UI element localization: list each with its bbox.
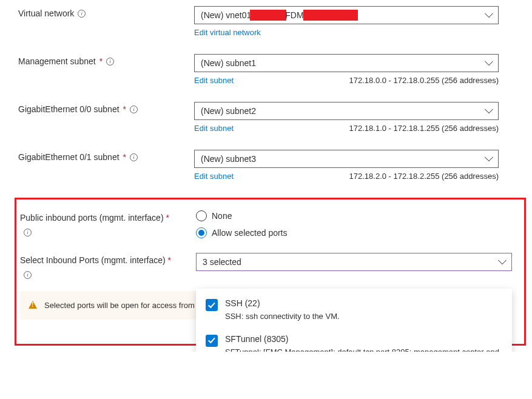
redacted-block bbox=[303, 10, 358, 21]
label-text: Virtual network bbox=[18, 8, 74, 18]
dropdown-value: (New) subnet2 bbox=[201, 106, 256, 116]
chevron-down-icon bbox=[485, 57, 493, 65]
highlighted-section: Public inbound ports (mgmt. interface) *… bbox=[15, 198, 526, 346]
label-select-inbound-ports: Select Inbound Ports (mgmt. interface) *… bbox=[16, 253, 196, 279]
radio-label: None bbox=[212, 211, 232, 221]
row-ge01-subnet: GigabitEthernet 0/1 subnet * i (New) sub… bbox=[0, 150, 532, 181]
field-mgmt-subnet: (New) subnet1 Edit subnet 172.18.0.0 - 1… bbox=[194, 54, 532, 85]
info-icon[interactable]: i bbox=[106, 58, 114, 65]
label-text: Select Inbound Ports (mgmt. interface) bbox=[20, 255, 166, 265]
edit-subnet-link[interactable]: Edit subnet bbox=[194, 76, 234, 85]
radio-icon bbox=[196, 210, 207, 221]
port-desc: SSH: ssh connectivity to the VM. bbox=[225, 311, 502, 322]
label-mgmt-subnet: Management subnet * i bbox=[0, 54, 194, 66]
info-icon[interactable]: i bbox=[130, 153, 138, 161]
chevron-down-icon bbox=[485, 9, 493, 18]
required-marker: * bbox=[123, 104, 126, 114]
row-ge00-subnet: GigabitEthernet 0/0 subnet * i (New) sub… bbox=[0, 102, 532, 133]
field-select-inbound-ports: 3 selected bbox=[196, 253, 524, 271]
radio-group-ports: None Allow selected ports bbox=[196, 210, 512, 238]
label-text: Management subnet bbox=[18, 56, 96, 66]
radio-option-none[interactable]: None bbox=[196, 210, 512, 221]
label-text: GigabitEthernet 0/1 subnet bbox=[18, 152, 120, 162]
info-icon[interactable]: i bbox=[130, 106, 138, 113]
port-option-ssh[interactable]: SSH (22) SSH: ssh connectivity to the VM… bbox=[196, 295, 512, 330]
dropdown-value: (New) subnet3 bbox=[201, 154, 256, 164]
dropdown-ge01-subnet[interactable]: (New) subnet3 bbox=[194, 150, 499, 168]
required-marker: * bbox=[168, 255, 171, 265]
subnet-range: 172.18.1.0 - 172.18.1.255 (256 addresses… bbox=[349, 124, 499, 133]
subnet-range: 172.18.0.0 - 172.18.0.255 (256 addresses… bbox=[349, 76, 499, 85]
checkbox-checked-icon[interactable] bbox=[206, 335, 218, 347]
required-marker: * bbox=[123, 152, 126, 162]
checkbox-checked-icon[interactable] bbox=[206, 299, 218, 311]
port-desc: SFTunnel: [FMC Management]: default tcp … bbox=[225, 347, 502, 352]
label-virtual-network: Virtual network i bbox=[0, 6, 194, 18]
dropdown-ge00-subnet[interactable]: (New) subnet2 bbox=[194, 102, 499, 120]
edit-subnet-link[interactable]: Edit subnet bbox=[194, 124, 234, 133]
dropdown-value: (New) subnet1 bbox=[201, 58, 256, 68]
dropdown-select-ports[interactable]: 3 selected bbox=[196, 253, 512, 271]
radio-option-allow[interactable]: Allow selected ports bbox=[196, 227, 512, 238]
row-public-inbound-ports: Public inbound ports (mgmt. interface) *… bbox=[16, 210, 524, 238]
chevron-down-icon bbox=[485, 153, 493, 161]
sub-row: Edit subnet 172.18.0.0 - 172.18.0.255 (2… bbox=[194, 76, 499, 85]
port-option-text: SFTunnel (8305) SFTunnel: [FMC Managemen… bbox=[225, 334, 502, 352]
row-mgmt-subnet: Management subnet * i (New) subnet1 Edit… bbox=[0, 54, 532, 85]
subnet-range: 172.18.2.0 - 172.18.2.255 (256 addresses… bbox=[349, 172, 499, 181]
chevron-down-icon bbox=[485, 105, 493, 113]
required-marker: * bbox=[166, 213, 169, 223]
port-option-sftunnel[interactable]: SFTunnel (8305) SFTunnel: [FMC Managemen… bbox=[196, 330, 512, 352]
redacted-block bbox=[250, 10, 286, 21]
label-ge00-subnet: GigabitEthernet 0/0 subnet * i bbox=[0, 102, 194, 114]
label-public-inbound-ports: Public inbound ports (mgmt. interface) *… bbox=[16, 210, 196, 236]
sub-row: Edit subnet 172.18.2.0 - 172.18.2.255 (2… bbox=[194, 172, 499, 181]
label-text: GigabitEthernet 0/0 subnet bbox=[18, 104, 120, 114]
warning-icon bbox=[29, 301, 37, 309]
radio-label: Allow selected ports bbox=[212, 228, 288, 238]
edit-vnet-link[interactable]: Edit virtual network bbox=[194, 28, 261, 37]
sub-row: Edit virtual network bbox=[194, 28, 499, 37]
info-icon[interactable]: i bbox=[24, 229, 32, 236]
sub-row: Edit subnet 172.18.1.0 - 172.18.1.255 (2… bbox=[194, 124, 499, 133]
field-ge00-subnet: (New) subnet2 Edit subnet 172.18.1.0 - 1… bbox=[194, 102, 532, 133]
dropdown-value: 3 selected bbox=[203, 257, 241, 267]
dropdown-virtual-network[interactable]: (New) vnet01FDM bbox=[194, 6, 499, 24]
label-text: Public inbound ports (mgmt. interface) bbox=[20, 213, 164, 223]
radio-icon bbox=[196, 227, 207, 238]
label-ge01-subnet: GigabitEthernet 0/1 subnet * i bbox=[0, 150, 194, 162]
dropdown-value: (New) vnet01FDM bbox=[201, 10, 357, 21]
info-icon[interactable]: i bbox=[78, 10, 86, 18]
dropdown-mgmt-subnet[interactable]: (New) subnet1 bbox=[194, 54, 499, 72]
dropdown-panel-ports[interactable]: SSH (22) SSH: ssh connectivity to the VM… bbox=[196, 289, 512, 352]
port-title: SSH (22) bbox=[225, 298, 502, 308]
row-select-inbound-ports: Select Inbound Ports (mgmt. interface) *… bbox=[16, 253, 524, 279]
row-virtual-network: Virtual network i (New) vnet01FDM Edit v… bbox=[0, 6, 532, 37]
required-marker: * bbox=[99, 56, 103, 66]
chevron-down-icon bbox=[498, 256, 507, 264]
info-icon[interactable]: i bbox=[24, 271, 32, 279]
field-virtual-network: (New) vnet01FDM Edit virtual network bbox=[194, 6, 532, 37]
edit-subnet-link[interactable]: Edit subnet bbox=[194, 172, 234, 181]
port-option-text: SSH (22) SSH: ssh connectivity to the VM… bbox=[225, 298, 502, 322]
field-public-inbound-ports: None Allow selected ports bbox=[196, 210, 524, 238]
port-title: SFTunnel (8305) bbox=[225, 334, 502, 344]
field-ge01-subnet: (New) subnet3 Edit subnet 172.18.2.0 - 1… bbox=[194, 150, 532, 181]
